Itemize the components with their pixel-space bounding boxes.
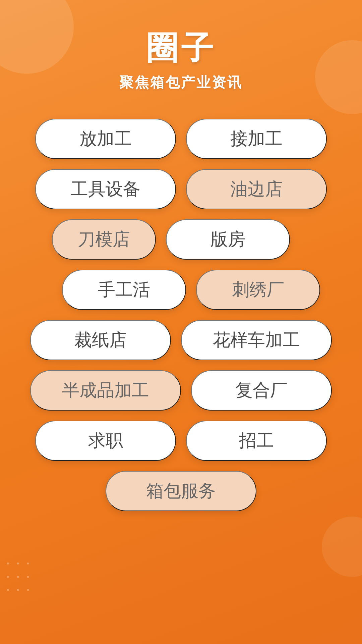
buttons-area: 放加工 接加工 工具设备 油边店 刀模店 版房 手工活 刺绣厂 裁纸店 花样车加… — [0, 119, 362, 511]
button-row-8: 箱包服务 — [106, 471, 256, 511]
button-row-4: 手工活 刺绣厂 — [62, 270, 320, 310]
header: 圈子 聚焦箱包产业资讯 — [119, 27, 243, 92]
button-row-6: 半成品加工 复合厂 — [30, 370, 332, 411]
deco-circle-top-right — [315, 40, 362, 114]
button-row-1: 放加工 接加工 — [35, 119, 327, 159]
deco-dots — [7, 557, 40, 590]
app-subtitle: 聚焦箱包产业资讯 — [119, 73, 243, 92]
btn-zhaogong[interactable]: 招工 — [186, 421, 327, 461]
deco-circle-bottom-right — [322, 517, 362, 577]
button-row-7: 求职 招工 — [35, 421, 327, 461]
app-title: 圈子 — [119, 27, 243, 70]
deco-circle-top-left — [0, 0, 74, 74]
btn-caizhi-dian[interactable]: 裁纸店 — [30, 320, 171, 360]
btn-qiuzhi[interactable]: 求职 — [35, 421, 176, 461]
button-row-5: 裁纸店 花样车加工 — [30, 320, 332, 360]
btn-banchengpin-jiagong[interactable]: 半成品加工 — [30, 370, 181, 411]
btn-cixiu-chang[interactable]: 刺绣厂 — [196, 270, 320, 310]
btn-jie-jiagong[interactable]: 接加工 — [186, 119, 327, 159]
btn-huayang-che-jiagong[interactable]: 花样车加工 — [181, 320, 332, 360]
btn-fang-jiagong[interactable]: 放加工 — [35, 119, 176, 159]
btn-fuhe-chang[interactable]: 复合厂 — [191, 370, 332, 411]
btn-daomo-dian[interactable]: 刀模店 — [52, 219, 156, 260]
btn-youbian-dian[interactable]: 油边店 — [186, 169, 327, 209]
button-row-2: 工具设备 油边店 — [35, 169, 327, 209]
btn-banfang[interactable]: 版房 — [166, 219, 290, 260]
btn-xiangbao-fuwu[interactable]: 箱包服务 — [106, 471, 256, 511]
button-row-3: 刀模店 版房 — [52, 219, 290, 260]
btn-gongju-shebei[interactable]: 工具设备 — [35, 169, 176, 209]
btn-shougong-huo[interactable]: 手工活 — [62, 270, 186, 310]
